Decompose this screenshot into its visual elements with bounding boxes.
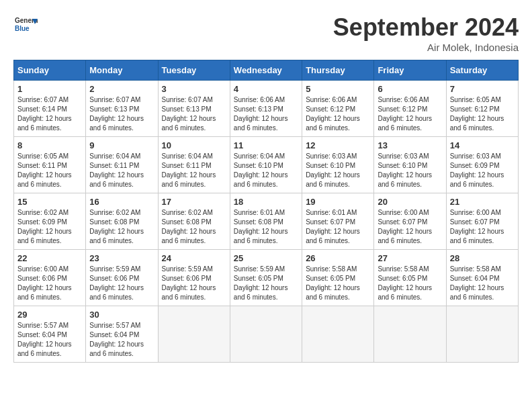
calendar-cell: 29Sunrise: 5:57 AMSunset: 6:04 PMDayligh…	[14, 306, 86, 363]
calendar-cell: 10Sunrise: 6:04 AMSunset: 6:11 PMDayligh…	[158, 137, 230, 193]
calendar-cell: 13Sunrise: 6:03 AMSunset: 6:10 PMDayligh…	[374, 137, 446, 193]
calendar-cell: 8Sunrise: 6:05 AMSunset: 6:11 PMDaylight…	[14, 137, 86, 193]
calendar-cell: 2Sunrise: 6:07 AMSunset: 6:13 PMDaylight…	[86, 81, 158, 137]
day-info: Sunrise: 6:01 AMSunset: 6:07 PMDaylight:…	[306, 208, 370, 246]
calendar-cell: 11Sunrise: 6:04 AMSunset: 6:10 PMDayligh…	[230, 137, 302, 193]
logo-icon: General Blue	[13, 13, 38, 38]
day-number: 24	[162, 253, 226, 263]
day-number: 26	[306, 253, 370, 263]
day-number: 13	[378, 140, 442, 150]
calendar-cell	[446, 306, 518, 363]
day-number: 8	[17, 140, 82, 150]
day-number: 29	[17, 310, 82, 320]
day-info: Sunrise: 6:00 AMSunset: 6:07 PMDaylight:…	[378, 208, 442, 246]
day-info: Sunrise: 6:02 AMSunset: 6:08 PMDaylight:…	[162, 208, 226, 246]
day-info: Sunrise: 6:00 AMSunset: 6:07 PMDaylight:…	[450, 208, 515, 246]
day-info: Sunrise: 6:03 AMSunset: 6:10 PMDaylight:…	[378, 152, 442, 189]
day-number: 10	[162, 140, 226, 150]
day-info: Sunrise: 6:05 AMSunset: 6:11 PMDaylight:…	[17, 152, 82, 189]
day-info: Sunrise: 6:06 AMSunset: 6:12 PMDaylight:…	[306, 95, 370, 133]
day-number: 2	[89, 84, 154, 94]
day-number: 20	[378, 197, 442, 207]
day-info: Sunrise: 6:04 AMSunset: 6:11 PMDaylight:…	[162, 152, 226, 189]
calendar-cell: 1Sunrise: 6:07 AMSunset: 6:14 PMDaylight…	[14, 81, 86, 137]
day-number: 28	[450, 253, 515, 263]
day-of-week-header: Tuesday	[158, 60, 230, 81]
day-info: Sunrise: 6:02 AMSunset: 6:09 PMDaylight:…	[17, 208, 82, 246]
calendar-cell: 17Sunrise: 6:02 AMSunset: 6:08 PMDayligh…	[158, 193, 230, 250]
location: Air Molek, Indonesia	[333, 42, 519, 53]
day-info: Sunrise: 6:06 AMSunset: 6:13 PMDaylight:…	[234, 95, 298, 133]
day-number: 27	[378, 253, 442, 263]
calendar-week-row: 22Sunrise: 6:00 AMSunset: 6:06 PMDayligh…	[14, 250, 519, 306]
calendar-cell: 23Sunrise: 5:59 AMSunset: 6:06 PMDayligh…	[86, 250, 158, 306]
day-number: 6	[378, 84, 442, 94]
day-info: Sunrise: 5:59 AMSunset: 6:06 PMDaylight:…	[162, 265, 226, 302]
day-of-week-header: Sunday	[14, 60, 86, 81]
calendar-cell: 12Sunrise: 6:03 AMSunset: 6:10 PMDayligh…	[302, 137, 374, 193]
day-number: 30	[89, 310, 154, 320]
calendar-cell: 7Sunrise: 6:05 AMSunset: 6:12 PMDaylight…	[446, 81, 518, 137]
day-info: Sunrise: 6:00 AMSunset: 6:06 PMDaylight:…	[17, 265, 82, 302]
calendar-cell: 25Sunrise: 5:59 AMSunset: 6:05 PMDayligh…	[230, 250, 302, 306]
calendar-cell: 19Sunrise: 6:01 AMSunset: 6:07 PMDayligh…	[302, 193, 374, 250]
calendar-cell: 16Sunrise: 6:02 AMSunset: 6:08 PMDayligh…	[86, 193, 158, 250]
day-info: Sunrise: 5:58 AMSunset: 6:05 PMDaylight:…	[306, 265, 370, 302]
day-info: Sunrise: 6:06 AMSunset: 6:12 PMDaylight:…	[378, 95, 442, 133]
day-number: 22	[17, 253, 82, 263]
calendar-cell	[302, 306, 374, 363]
day-of-week-header: Saturday	[446, 60, 518, 81]
page-header: General Blue September 2024 Air Molek, I…	[13, 13, 519, 53]
day-number: 14	[450, 140, 515, 150]
day-number: 19	[306, 197, 370, 207]
calendar-cell: 22Sunrise: 6:00 AMSunset: 6:06 PMDayligh…	[14, 250, 86, 306]
calendar-cell	[230, 306, 302, 363]
day-info: Sunrise: 6:01 AMSunset: 6:08 PMDaylight:…	[234, 208, 298, 246]
day-info: Sunrise: 6:07 AMSunset: 6:14 PMDaylight:…	[17, 95, 82, 133]
day-number: 18	[234, 197, 298, 207]
calendar-header: SundayMondayTuesdayWednesdayThursdayFrid…	[14, 60, 519, 81]
day-number: 5	[306, 84, 370, 94]
calendar-cell: 20Sunrise: 6:00 AMSunset: 6:07 PMDayligh…	[374, 193, 446, 250]
day-number: 7	[450, 84, 515, 94]
day-number: 25	[234, 253, 298, 263]
calendar-cell: 4Sunrise: 6:06 AMSunset: 6:13 PMDaylight…	[230, 81, 302, 137]
calendar-week-row: 8Sunrise: 6:05 AMSunset: 6:11 PMDaylight…	[14, 137, 519, 193]
day-number: 4	[234, 84, 298, 94]
day-info: Sunrise: 6:04 AMSunset: 6:11 PMDaylight:…	[89, 152, 154, 189]
day-of-week-header: Monday	[86, 60, 158, 81]
calendar-week-row: 15Sunrise: 6:02 AMSunset: 6:09 PMDayligh…	[14, 193, 519, 250]
calendar-cell: 24Sunrise: 5:59 AMSunset: 6:06 PMDayligh…	[158, 250, 230, 306]
svg-text:Blue: Blue	[15, 25, 30, 32]
day-info: Sunrise: 6:07 AMSunset: 6:13 PMDaylight:…	[89, 95, 154, 133]
calendar-cell: 6Sunrise: 6:06 AMSunset: 6:12 PMDaylight…	[374, 81, 446, 137]
calendar-week-row: 1Sunrise: 6:07 AMSunset: 6:14 PMDaylight…	[14, 81, 519, 137]
title-block: September 2024 Air Molek, Indonesia	[333, 13, 519, 53]
calendar-cell: 26Sunrise: 5:58 AMSunset: 6:05 PMDayligh…	[302, 250, 374, 306]
calendar-cell: 9Sunrise: 6:04 AMSunset: 6:11 PMDaylight…	[86, 137, 158, 193]
day-number: 3	[162, 84, 226, 94]
day-number: 21	[450, 197, 515, 207]
month-title: September 2024	[333, 13, 519, 42]
day-number: 1	[17, 84, 82, 94]
day-info: Sunrise: 5:57 AMSunset: 6:04 PMDaylight:…	[17, 321, 82, 359]
day-info: Sunrise: 6:03 AMSunset: 6:10 PMDaylight:…	[306, 152, 370, 189]
day-number: 12	[306, 140, 370, 150]
calendar-cell: 18Sunrise: 6:01 AMSunset: 6:08 PMDayligh…	[230, 193, 302, 250]
calendar-cell: 28Sunrise: 5:58 AMSunset: 6:04 PMDayligh…	[446, 250, 518, 306]
day-info: Sunrise: 5:59 AMSunset: 6:06 PMDaylight:…	[89, 265, 154, 302]
day-info: Sunrise: 5:58 AMSunset: 6:04 PMDaylight:…	[450, 265, 515, 302]
calendar-cell: 5Sunrise: 6:06 AMSunset: 6:12 PMDaylight…	[302, 81, 374, 137]
day-info: Sunrise: 6:07 AMSunset: 6:13 PMDaylight:…	[162, 95, 226, 133]
calendar-cell: 15Sunrise: 6:02 AMSunset: 6:09 PMDayligh…	[14, 193, 86, 250]
calendar-cell: 27Sunrise: 5:58 AMSunset: 6:05 PMDayligh…	[374, 250, 446, 306]
day-number: 17	[162, 197, 226, 207]
day-of-week-header: Thursday	[302, 60, 374, 81]
day-info: Sunrise: 5:59 AMSunset: 6:05 PMDaylight:…	[234, 265, 298, 302]
day-info: Sunrise: 6:02 AMSunset: 6:08 PMDaylight:…	[89, 208, 154, 246]
logo: General Blue	[13, 13, 40, 38]
calendar-week-row: 29Sunrise: 5:57 AMSunset: 6:04 PMDayligh…	[14, 306, 519, 363]
calendar-cell	[374, 306, 446, 363]
day-of-week-header: Friday	[374, 60, 446, 81]
day-number: 11	[234, 140, 298, 150]
